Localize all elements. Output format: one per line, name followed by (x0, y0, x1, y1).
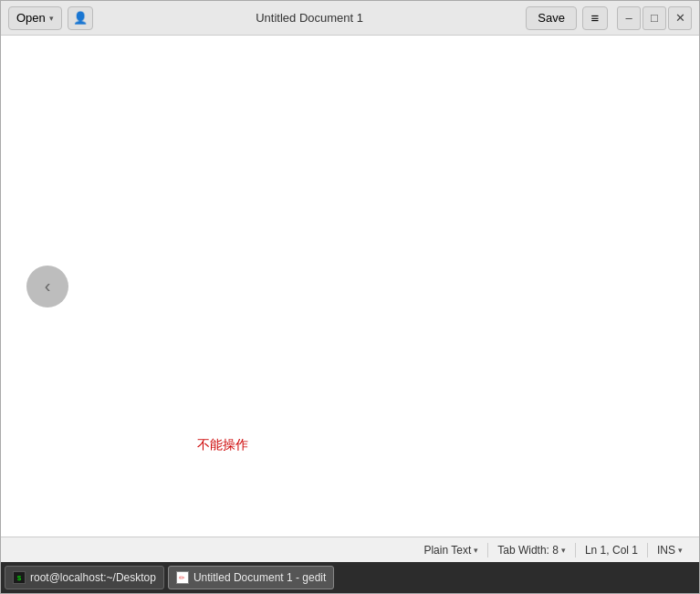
save-button[interactable]: Save (526, 6, 577, 30)
left-arrow-icon: ‹ (45, 276, 51, 297)
position-label: Ln 1, Col 1 (585, 544, 638, 557)
sidebar-toggle-button[interactable]: ‹ (26, 266, 68, 307)
close-button[interactable]: ✕ (668, 6, 692, 30)
input-mode-selector[interactable]: INS ▾ (650, 544, 690, 557)
language-selector[interactable]: Plain Text ▾ (416, 544, 486, 557)
open-arrow-icon: ▾ (49, 14, 54, 23)
status-separator-2 (575, 543, 576, 558)
contact-icon: 👤 (73, 11, 88, 25)
position-indicator[interactable]: Ln 1, Col 1 (578, 544, 645, 557)
titlebar: Open ▾ 👤 Untitled Document 1 Save ≡ – □ … (1, 1, 699, 36)
language-label: Plain Text (423, 544, 471, 557)
gedit-label: Untitled Document 1 - gedit (193, 571, 326, 584)
editor-chinese-text: 不能操作 (197, 437, 248, 453)
gedit-icon: ✏ (176, 571, 189, 584)
terminal-label: root@localhost:~/Desktop (30, 571, 156, 584)
hamburger-icon: ≡ (591, 11, 600, 25)
maximize-icon: □ (651, 11, 658, 25)
language-arrow-icon: ▾ (474, 546, 478, 555)
editor-content: ‹ 不能操作 (1, 36, 699, 537)
input-mode-label: INS (657, 544, 675, 557)
status-separator-1 (487, 543, 488, 558)
tab-width-label: Tab Width: 8 (497, 544, 559, 557)
statusbar: Plain Text ▾ Tab Width: 8 ▾ Ln 1, Col 1 … (1, 537, 699, 562)
tab-width-selector[interactable]: Tab Width: 8 ▾ (490, 544, 573, 557)
main-window: Open ▾ 👤 Untitled Document 1 Save ≡ – □ … (0, 0, 700, 594)
input-mode-arrow-icon: ▾ (678, 546, 683, 555)
open-button[interactable]: Open ▾ (8, 6, 62, 30)
taskbar: $ root@localhost:~/Desktop ✏ Untitled Do… (1, 562, 699, 593)
window-controls: – □ ✕ (617, 6, 692, 30)
open-label: Open (16, 11, 46, 25)
window-title: Untitled Document 1 (99, 11, 521, 25)
editor-area[interactable]: ‹ 不能操作 (1, 36, 699, 537)
terminal-icon: $ (13, 571, 26, 584)
taskbar-terminal[interactable]: $ root@localhost:~/Desktop (5, 566, 164, 589)
contact-button[interactable]: 👤 (68, 6, 93, 30)
maximize-button[interactable]: □ (643, 6, 666, 30)
minimize-icon: – (625, 11, 632, 25)
minimize-button[interactable]: – (617, 6, 641, 30)
tab-width-arrow-icon: ▾ (561, 546, 566, 555)
taskbar-gedit[interactable]: ✏ Untitled Document 1 - gedit (168, 566, 334, 589)
save-label: Save (538, 11, 565, 25)
close-icon: ✕ (675, 11, 685, 25)
menu-button[interactable]: ≡ (582, 6, 608, 30)
status-separator-3 (647, 543, 648, 558)
